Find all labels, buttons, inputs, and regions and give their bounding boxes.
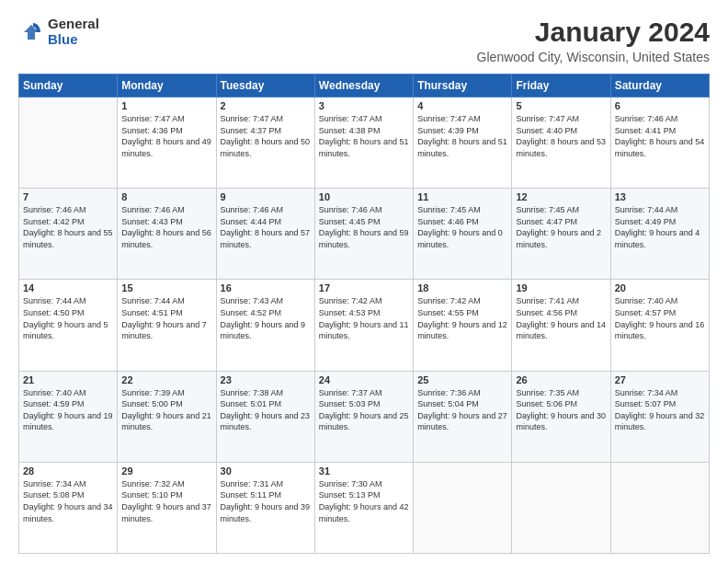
logo-blue-text: Blue: [48, 32, 99, 48]
day-number: 12: [516, 191, 606, 202]
day-number: 4: [417, 100, 507, 111]
calendar-cell: 26Sunrise: 7:35 AMSunset: 5:06 PMDayligh…: [512, 371, 610, 462]
calendar-week-2: 7Sunrise: 7:46 AMSunset: 4:42 PMDaylight…: [19, 189, 710, 280]
calendar-cell: 18Sunrise: 7:42 AMSunset: 4:55 PMDayligh…: [414, 280, 512, 371]
cell-info: Sunrise: 7:42 AMSunset: 4:53 PMDaylight:…: [319, 295, 409, 341]
day-number: 26: [516, 374, 606, 385]
day-number: 22: [121, 374, 211, 385]
location-text: Glenwood City, Wisconsin, United States: [477, 50, 710, 64]
cell-info: Sunrise: 7:35 AMSunset: 5:06 PMDaylight:…: [516, 387, 606, 433]
cell-info: Sunrise: 7:45 AMSunset: 4:47 PMDaylight:…: [516, 204, 606, 250]
logo-general-text: General: [48, 17, 99, 32]
calendar-cell: 28Sunrise: 7:34 AMSunset: 5:08 PMDayligh…: [19, 462, 118, 553]
cell-info: Sunrise: 7:44 AMSunset: 4:49 PMDaylight:…: [615, 204, 705, 250]
calendar-cell: 14Sunrise: 7:44 AMSunset: 4:50 PMDayligh…: [19, 280, 118, 371]
logo-text: General Blue: [48, 17, 99, 47]
calendar-cell: 8Sunrise: 7:46 AMSunset: 4:43 PMDaylight…: [118, 189, 216, 280]
cell-info: Sunrise: 7:43 AMSunset: 4:52 PMDaylight:…: [221, 295, 311, 341]
day-number: 6: [615, 100, 705, 111]
day-number: 28: [23, 465, 113, 477]
header: General Blue January 2024 Glenwood City,…: [18, 17, 710, 64]
calendar-header-row: SundayMondayTuesdayWednesdayThursdayFrid…: [19, 75, 710, 98]
cell-info: Sunrise: 7:46 AMSunset: 4:41 PMDaylight:…: [615, 113, 705, 159]
weekday-header-monday: Monday: [118, 75, 216, 98]
calendar-cell: 19Sunrise: 7:41 AMSunset: 4:56 PMDayligh…: [512, 280, 610, 371]
cell-info: Sunrise: 7:37 AMSunset: 5:03 PMDaylight:…: [319, 387, 409, 433]
cell-info: Sunrise: 7:34 AMSunset: 5:07 PMDaylight:…: [615, 387, 705, 433]
calendar-cell: 10Sunrise: 7:46 AMSunset: 4:45 PMDayligh…: [314, 189, 413, 280]
day-number: 5: [516, 100, 606, 111]
day-number: 2: [221, 100, 311, 111]
calendar-cell: 9Sunrise: 7:46 AMSunset: 4:44 PMDaylight…: [216, 189, 314, 280]
day-number: 13: [615, 191, 705, 202]
calendar-cell: [512, 462, 610, 553]
day-number: 27: [615, 374, 705, 385]
day-number: 15: [121, 282, 211, 293]
day-number: 9: [221, 191, 311, 202]
cell-info: Sunrise: 7:47 AMSunset: 4:39 PMDaylight:…: [417, 113, 507, 159]
day-number: 23: [221, 374, 311, 385]
calendar-cell: 27Sunrise: 7:34 AMSunset: 5:07 PMDayligh…: [610, 371, 709, 462]
cell-info: Sunrise: 7:39 AMSunset: 5:00 PMDaylight:…: [121, 387, 211, 433]
day-number: 19: [516, 282, 606, 293]
calendar-cell: 2Sunrise: 7:47 AMSunset: 4:37 PMDaylight…: [216, 98, 314, 189]
calendar-cell: 3Sunrise: 7:47 AMSunset: 4:38 PMDaylight…: [314, 98, 413, 189]
calendar-cell: 7Sunrise: 7:46 AMSunset: 4:42 PMDaylight…: [19, 189, 118, 280]
cell-info: Sunrise: 7:32 AMSunset: 5:10 PMDaylight:…: [121, 478, 211, 524]
cell-info: Sunrise: 7:40 AMSunset: 4:59 PMDaylight:…: [23, 387, 113, 433]
calendar-cell: [414, 462, 512, 553]
cell-info: Sunrise: 7:47 AMSunset: 4:38 PMDaylight:…: [319, 113, 409, 159]
day-number: 18: [417, 282, 507, 293]
cell-info: Sunrise: 7:36 AMSunset: 5:04 PMDaylight:…: [417, 387, 507, 433]
day-number: 10: [319, 191, 409, 202]
title-area: January 2024 Glenwood City, Wisconsin, U…: [477, 17, 710, 64]
cell-info: Sunrise: 7:47 AMSunset: 4:36 PMDaylight:…: [121, 113, 211, 159]
calendar-cell: 22Sunrise: 7:39 AMSunset: 5:00 PMDayligh…: [118, 371, 216, 462]
day-number: 8: [121, 191, 211, 202]
day-number: 11: [417, 191, 507, 202]
weekday-header-tuesday: Tuesday: [216, 75, 314, 98]
calendar-cell: 13Sunrise: 7:44 AMSunset: 4:49 PMDayligh…: [610, 189, 709, 280]
logo: General Blue: [18, 17, 99, 47]
month-title: January 2024: [477, 17, 710, 48]
day-number: 16: [221, 282, 311, 293]
cell-info: Sunrise: 7:44 AMSunset: 4:50 PMDaylight:…: [23, 295, 113, 341]
calendar-cell: 5Sunrise: 7:47 AMSunset: 4:40 PMDaylight…: [512, 98, 610, 189]
cell-info: Sunrise: 7:47 AMSunset: 4:37 PMDaylight:…: [221, 113, 311, 159]
calendar-cell: 29Sunrise: 7:32 AMSunset: 5:10 PMDayligh…: [118, 462, 216, 553]
calendar-cell: 25Sunrise: 7:36 AMSunset: 5:04 PMDayligh…: [414, 371, 512, 462]
calendar-week-4: 21Sunrise: 7:40 AMSunset: 4:59 PMDayligh…: [19, 371, 710, 462]
calendar-cell: [19, 98, 118, 189]
calendar-week-3: 14Sunrise: 7:44 AMSunset: 4:50 PMDayligh…: [19, 280, 710, 371]
calendar-cell: 24Sunrise: 7:37 AMSunset: 5:03 PMDayligh…: [314, 371, 413, 462]
calendar-cell: 4Sunrise: 7:47 AMSunset: 4:39 PMDaylight…: [414, 98, 512, 189]
day-number: 7: [23, 191, 113, 202]
calendar-cell: 16Sunrise: 7:43 AMSunset: 4:52 PMDayligh…: [216, 280, 314, 371]
cell-info: Sunrise: 7:30 AMSunset: 5:13 PMDaylight:…: [319, 478, 409, 524]
cell-info: Sunrise: 7:46 AMSunset: 4:42 PMDaylight:…: [23, 204, 113, 250]
cell-info: Sunrise: 7:34 AMSunset: 5:08 PMDaylight:…: [23, 478, 113, 524]
weekday-header-friday: Friday: [512, 75, 610, 98]
day-number: 14: [23, 282, 113, 293]
calendar-week-1: 1Sunrise: 7:47 AMSunset: 4:36 PMDaylight…: [19, 98, 710, 189]
calendar-cell: 15Sunrise: 7:44 AMSunset: 4:51 PMDayligh…: [118, 280, 216, 371]
calendar-cell: 12Sunrise: 7:45 AMSunset: 4:47 PMDayligh…: [512, 189, 610, 280]
day-number: 24: [319, 374, 409, 385]
calendar-cell: 11Sunrise: 7:45 AMSunset: 4:46 PMDayligh…: [414, 189, 512, 280]
day-number: 1: [121, 100, 211, 111]
weekday-header-thursday: Thursday: [414, 75, 512, 98]
cell-info: Sunrise: 7:42 AMSunset: 4:55 PMDaylight:…: [417, 295, 507, 341]
calendar-cell: 30Sunrise: 7:31 AMSunset: 5:11 PMDayligh…: [216, 462, 314, 553]
weekday-header-sunday: Sunday: [19, 75, 118, 98]
weekday-header-saturday: Saturday: [610, 75, 709, 98]
cell-info: Sunrise: 7:46 AMSunset: 4:45 PMDaylight:…: [319, 204, 409, 250]
calendar-cell: 31Sunrise: 7:30 AMSunset: 5:13 PMDayligh…: [314, 462, 413, 553]
logo-icon: [18, 19, 44, 45]
cell-info: Sunrise: 7:38 AMSunset: 5:01 PMDaylight:…: [221, 387, 311, 433]
day-number: 20: [615, 282, 705, 293]
calendar-week-5: 28Sunrise: 7:34 AMSunset: 5:08 PMDayligh…: [19, 462, 710, 553]
cell-info: Sunrise: 7:45 AMSunset: 4:46 PMDaylight:…: [417, 204, 507, 250]
page: General Blue January 2024 Glenwood City,…: [0, 0, 728, 563]
day-number: 29: [121, 465, 211, 477]
calendar-cell: [610, 462, 709, 553]
